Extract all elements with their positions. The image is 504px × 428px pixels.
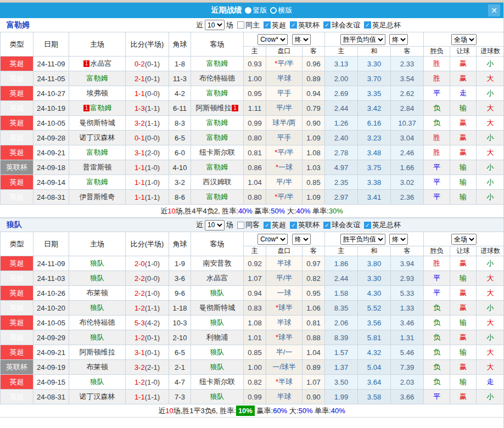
- home-team-cell: 狼队: [69, 271, 126, 286]
- final-odds-select[interactable]: 终: [292, 234, 311, 245]
- mean-final-select[interactable]: 终: [389, 234, 408, 245]
- mean-away-cell: 3.02: [391, 175, 424, 190]
- league-friendly-checkbox[interactable]: ✓: [323, 21, 331, 29]
- home-team-name: 狼队: [90, 378, 104, 386]
- final-odds-select[interactable]: 终: [292, 34, 311, 45]
- mean-away-cell: 5.46: [391, 345, 424, 360]
- score-cell: 3-1(0-1): [126, 345, 169, 360]
- mean-final-select[interactable]: 终: [389, 34, 408, 45]
- league-facup-checkbox[interactable]: ✓: [364, 21, 371, 29]
- away-team-cell: 西汉姆联: [191, 175, 244, 190]
- summary-text: 单率:: [312, 407, 331, 415]
- league-eflcup-checkbox[interactable]: ✓: [290, 222, 297, 229]
- same-home-checkbox[interactable]: [237, 21, 244, 29]
- handicap-result-cell: 输: [450, 101, 477, 116]
- mean-away-cell: 3.04: [391, 131, 424, 145]
- summary-text: 60%: [273, 407, 287, 415]
- away-team-cell: 利物浦: [191, 330, 244, 345]
- same-away-label[interactable]: 同客: [245, 220, 260, 230]
- winloss-result-cell: 负: [424, 375, 450, 390]
- halftime-score: (4-2): [145, 319, 160, 327]
- home-team-name: 埃弗顿: [87, 89, 108, 97]
- halftime-score: (2-0): [145, 149, 160, 157]
- handicap-result-cell: 输: [450, 175, 477, 190]
- fulltime-score: 1-1: [135, 164, 145, 172]
- away-team-cell: 狼队: [191, 390, 244, 404]
- goals-result-cell: 大: [477, 316, 504, 330]
- league-eflcup-checkbox[interactable]: ✓: [290, 21, 297, 29]
- crown-odds-group: Crow* 终: [244, 32, 325, 47]
- score-cell: 1-1(1-0): [126, 160, 169, 175]
- mean-away-cell: 2.36: [391, 190, 424, 205]
- fulltime-score: 1-3: [135, 104, 145, 112]
- handicap-result-cell: 赢: [450, 390, 477, 404]
- winloss-result-cell: 负: [424, 345, 450, 360]
- mean-home-cell: 3.50: [325, 375, 358, 390]
- mean-draw-cell: 3.48: [358, 145, 391, 160]
- changed-odds-star: *: [275, 59, 277, 67]
- home-odds-cell: 1.08: [244, 316, 266, 330]
- league-friendly-label[interactable]: 球会友谊: [332, 20, 360, 30]
- match-count-select[interactable]: 10: [205, 220, 225, 230]
- col-corner: 角球: [169, 32, 191, 57]
- winloss-result-cell: 负: [424, 330, 450, 345]
- horizontal-layout-label[interactable]: 横版: [278, 5, 293, 15]
- halftime-score: (0-0): [145, 89, 160, 98]
- league-eflcup-label[interactable]: 英联杯: [298, 20, 320, 30]
- mean-select[interactable]: 胜平负均值: [340, 234, 385, 245]
- mean-draw-cell: 3.80: [358, 256, 391, 271]
- home-odds-cell: 1.04: [244, 175, 266, 190]
- league-facup-checkbox[interactable]: ✓: [364, 222, 371, 229]
- goals-result-cell: 小: [477, 57, 504, 71]
- close-button[interactable]: ✕: [488, 4, 500, 16]
- fulltime-score: 1-1: [135, 193, 145, 201]
- league-friendly-checkbox[interactable]: ✓: [323, 222, 331, 229]
- league-friendly-label[interactable]: 球会友谊: [332, 220, 360, 230]
- home-odds-cell: 0.83: [244, 301, 266, 316]
- team-summary: 近10场,胜4平4负2, 胜率:40% 赢率:50% 大:40% 单率:30%: [0, 205, 503, 218]
- vertical-layout-radio[interactable]: [245, 7, 251, 14]
- bookmaker-select[interactable]: Crow*: [257, 234, 288, 245]
- score-cell: 2-2(0-0): [126, 271, 169, 286]
- score-cell: 1-1(0-0): [126, 86, 169, 101]
- league-facup-label[interactable]: 英足总杯: [372, 220, 401, 230]
- league-epl-checkbox[interactable]: ✓: [264, 21, 271, 29]
- same-away-checkbox[interactable]: [237, 222, 244, 229]
- bookmaker-select[interactable]: Crow*: [257, 34, 288, 45]
- team-name: 狼队: [7, 220, 100, 230]
- away-team-cell: 富勒姆: [191, 160, 244, 175]
- vertical-layout-label[interactable]: 竖版: [253, 5, 267, 15]
- home-team-cell: 曼彻斯特城: [69, 116, 126, 131]
- fullmatch-select[interactable]: 全场: [451, 34, 477, 45]
- handicap-result-cell: 输: [450, 375, 477, 390]
- home-team-cell: 诺丁汉森林: [69, 131, 126, 145]
- score-cell: 5-3(4-2): [126, 316, 169, 330]
- horizontal-layout-radio[interactable]: [270, 7, 277, 14]
- league-epl-checkbox[interactable]: ✓: [264, 222, 271, 229]
- league-facup-label[interactable]: 英足总杯: [372, 20, 401, 30]
- results-table-fulham: 类型 日期 主场 比分(半场) 角球 客场 Crow* 终 胜平负均值 终: [0, 32, 504, 205]
- col-goals: 进球数: [477, 47, 504, 57]
- home-team-name: 狼队: [90, 274, 104, 282]
- halftime-score: (1-0): [145, 378, 160, 386]
- league-epl-label[interactable]: 英超: [272, 220, 286, 230]
- league-eflcup-label[interactable]: 英联杯: [298, 220, 320, 230]
- home-odds-cell: 0.92: [244, 256, 266, 271]
- match-count-select[interactable]: 10: [205, 20, 225, 30]
- away-team-name: 水晶宫: [206, 274, 228, 282]
- same-home-label[interactable]: 同主: [245, 20, 260, 30]
- score-cell: 3-2(2-1): [126, 360, 169, 375]
- mean-draw-cell: 4.30: [358, 286, 391, 301]
- score-cell: 1-2(0-1): [126, 330, 169, 345]
- mean-away-cell: 3.94: [391, 256, 424, 271]
- col-crown-away: 客: [303, 47, 325, 57]
- col-mean-draw: 和: [358, 246, 391, 256]
- changed-odds-star: *: [275, 148, 277, 156]
- handicap-result-cell: 赢: [450, 131, 477, 145]
- mean-select[interactable]: 胜平负均值: [340, 34, 385, 45]
- corner-cell: 1-18: [169, 301, 191, 316]
- league-epl-label[interactable]: 英超: [272, 20, 286, 30]
- halftime-score: (1-0): [145, 260, 160, 268]
- fullmatch-select[interactable]: 全场: [451, 234, 477, 245]
- home-team-name: 富勒姆: [90, 104, 111, 112]
